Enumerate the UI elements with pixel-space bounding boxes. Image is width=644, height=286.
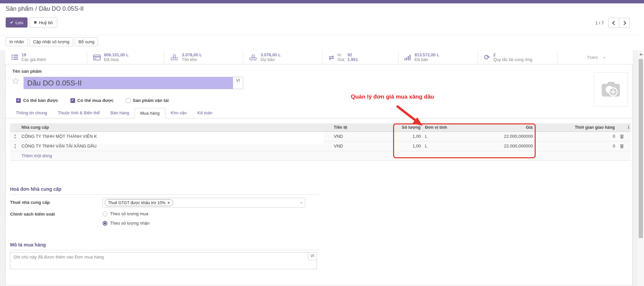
lead-time-cell[interactable]: 0 bbox=[536, 132, 617, 141]
quantity-column-header[interactable]: Số lượng bbox=[394, 123, 424, 131]
stat-label: Các giá thêm bbox=[21, 57, 46, 62]
radio-icon bbox=[103, 212, 107, 216]
top-navbar bbox=[0, 0, 644, 3]
currency-cell[interactable]: VND bbox=[332, 132, 394, 141]
trash-icon bbox=[620, 144, 624, 149]
uom-cell[interactable]: L bbox=[424, 141, 455, 151]
currency-cell[interactable]: VND bbox=[332, 141, 394, 151]
breadcrumb: Sản phẩm/Dầu DO 0.05S-II bbox=[6, 5, 84, 12]
camera-plus-icon bbox=[600, 80, 621, 98]
product-name-input[interactable]: Dầu DO 0.05S-II VI bbox=[23, 77, 243, 89]
stat-value: 3.078,00 L bbox=[261, 53, 281, 57]
product-image-upload[interactable] bbox=[594, 72, 628, 106]
stat-button-reordering-rules[interactable]: ⟳ 2Quy tắc tái cung ứng bbox=[478, 51, 557, 64]
stat-button-more[interactable]: Thêm ▾ bbox=[557, 51, 633, 64]
vendor-tax-label: Thuế nhà cung cấp bbox=[10, 200, 50, 205]
update-quantity-button[interactable]: Cập nhật số lượng bbox=[29, 37, 73, 46]
drag-handle-icon[interactable]: ▲▼ bbox=[14, 133, 17, 139]
translate-badge[interactable]: VI bbox=[233, 77, 243, 89]
drag-handle-icon[interactable]: ▲▼ bbox=[14, 143, 17, 149]
chevron-down-icon: ▾ bbox=[603, 56, 605, 59]
exchange-icon: ⇄ bbox=[329, 54, 334, 61]
stat-button-extra-prices[interactable]: 19Các giá thêm bbox=[5, 51, 87, 64]
trash-column-header bbox=[617, 123, 627, 131]
stat-button-in-out[interactable]: ⇄ In:92 Out:1.951 bbox=[323, 51, 398, 64]
vendor-tax-input[interactable]: Thuế GTGT được khấu trừ 10% × ▾ bbox=[103, 198, 305, 208]
vendor-cell[interactable]: CÔNG TY TNHH VẬN TẢI XĂNG DẦU bbox=[20, 141, 332, 151]
price-cell[interactable]: 22.000,000000 bbox=[455, 141, 536, 151]
vendor-bills-section-title: Hoá đơn Nhà cung cấp bbox=[10, 186, 61, 192]
stat-label: Đã mua bbox=[104, 57, 129, 62]
checkbox-can-be-purchased[interactable]: Có thể mua được bbox=[70, 98, 114, 103]
lead-time-cell[interactable]: 0 bbox=[536, 141, 617, 151]
vertical-scrollbar[interactable] bbox=[638, 50, 644, 286]
checkbox-transport-product[interactable]: Sản phẩm vận tải bbox=[126, 98, 169, 103]
credit-card-icon bbox=[93, 55, 101, 60]
pager-next-button[interactable] bbox=[619, 18, 630, 28]
handle-column-header bbox=[10, 123, 20, 131]
breadcrumb-record: Dầu DO 0.05S-II bbox=[39, 5, 84, 12]
stat-value: 3.078,00 L bbox=[182, 53, 202, 57]
tab-purchase[interactable]: Mua hàng bbox=[135, 108, 165, 118]
checkbox-icon bbox=[16, 98, 21, 103]
pager-previous-button[interactable] bbox=[608, 18, 619, 28]
checkbox-can-be-sold[interactable]: Có thể bán được bbox=[16, 98, 58, 103]
stat-button-forecasted[interactable]: 3.078,00 LDự báo bbox=[243, 51, 323, 64]
optional-columns-toggle[interactable]: ⋮ bbox=[627, 123, 631, 131]
price-cell[interactable]: 22.000,000000 bbox=[455, 132, 536, 141]
uom-column-header[interactable]: Đơn vị tính bbox=[424, 123, 455, 131]
currency-column-header[interactable]: Tiền tệ bbox=[332, 123, 394, 131]
breadcrumb-products-link[interactable]: Sản phẩm bbox=[6, 5, 33, 12]
purchase-description-textarea[interactable]: Ghi chú này đã được thêm vào Đơn mua hàn… bbox=[10, 252, 317, 269]
stat-label: Dự báo bbox=[261, 57, 281, 62]
quantity-cell[interactable]: 1,00 bbox=[394, 141, 424, 151]
add-line-link[interactable]: Thêm một dòng bbox=[10, 151, 52, 160]
tab-general-information[interactable]: Thông tin chung bbox=[10, 108, 52, 118]
remove-tag-icon[interactable]: × bbox=[167, 201, 170, 205]
close-icon: ✖ bbox=[34, 20, 37, 25]
refresh-icon: ⟳ bbox=[484, 53, 490, 61]
radio-on-received-quantities[interactable]: Theo số lượng nhận bbox=[103, 221, 150, 226]
scrollbar-up-arrow[interactable] bbox=[639, 53, 643, 55]
discard-button-label: Huỷ bỏ bbox=[39, 20, 53, 25]
price-column-header[interactable]: Giá bbox=[455, 123, 536, 131]
product-name-value: Dầu DO 0.05S-II bbox=[24, 77, 233, 89]
vendor-column-header[interactable]: Nhà cung cấp bbox=[20, 123, 332, 131]
tax-tag-label: Thuế GTGT được khấu trừ 10% bbox=[108, 201, 165, 205]
out-value: 1.951 bbox=[347, 57, 358, 62]
translate-badge[interactable]: VI bbox=[308, 252, 317, 260]
stat-button-on-hand[interactable]: 3.078,00 LTồn kho bbox=[164, 51, 243, 64]
print-labels-button[interactable]: In nhãn bbox=[6, 37, 28, 46]
tab-accounting[interactable]: Kế toán bbox=[192, 108, 218, 118]
check-icon: ✔ bbox=[10, 20, 13, 25]
quantity-cell[interactable]: 1,00 bbox=[394, 132, 424, 141]
stat-button-purchased[interactable]: 808.101,00 LĐã mua bbox=[87, 51, 164, 64]
table-row[interactable]: ▲▼ CÔNG TY TNHH MỘT THÀNH VIÊN K VND 1,0… bbox=[10, 132, 631, 141]
vendor-cell[interactable]: CÔNG TY TNHH MỘT THÀNH VIÊN K bbox=[20, 132, 332, 141]
stat-button-sold[interactable]: 813.572,00 LĐã bán bbox=[398, 51, 478, 64]
checkbox-icon bbox=[70, 98, 75, 103]
favorite-star-icon[interactable]: ☆ bbox=[11, 76, 20, 86]
radio-on-ordered-quantities[interactable]: Theo số lượng mua bbox=[103, 211, 148, 216]
stat-label: Đã bán bbox=[415, 57, 439, 62]
table-row[interactable]: ▲▼ CÔNG TY TNHH VẬN TẢI XĂNG DẦU VND 1,0… bbox=[10, 141, 631, 151]
uom-cell[interactable]: L bbox=[424, 132, 455, 141]
discard-button[interactable]: ✖ Huỷ bỏ bbox=[29, 17, 57, 27]
table-header-row: Nhà cung cấp Tiền tệ Số lượng Đơn vị tín… bbox=[10, 123, 631, 132]
tab-sales[interactable]: Bán hàng bbox=[105, 108, 135, 118]
save-button[interactable]: ✔ Lưu bbox=[6, 17, 28, 27]
radio-label: Theo số lượng mua bbox=[110, 211, 148, 216]
section-divider bbox=[10, 250, 319, 250]
lead-time-column-header[interactable]: Thời gian giao hàng bbox=[536, 123, 617, 131]
tab-inventory[interactable]: Kho vận bbox=[165, 108, 192, 118]
annotation-text: Quản lý đơn giá mua xăng dầu bbox=[351, 94, 434, 100]
tax-tag[interactable]: Thuế GTGT được khấu trừ 10% × bbox=[105, 199, 173, 206]
replenish-button[interactable]: Bổ sung bbox=[75, 37, 98, 46]
delete-row-button[interactable] bbox=[620, 134, 624, 139]
delete-row-button[interactable] bbox=[620, 144, 624, 149]
odoo-product-form-screen: Sản phẩm/Dầu DO 0.05S-II ✔ Lưu ✖ Huỷ bỏ … bbox=[0, 0, 644, 286]
scrollbar-thumb[interactable] bbox=[639, 59, 643, 238]
in-label: In: bbox=[337, 53, 347, 57]
tab-attributes-variants[interactable]: Thuộc tính & Biến thể bbox=[52, 108, 105, 118]
breadcrumb-separator: / bbox=[35, 5, 37, 12]
